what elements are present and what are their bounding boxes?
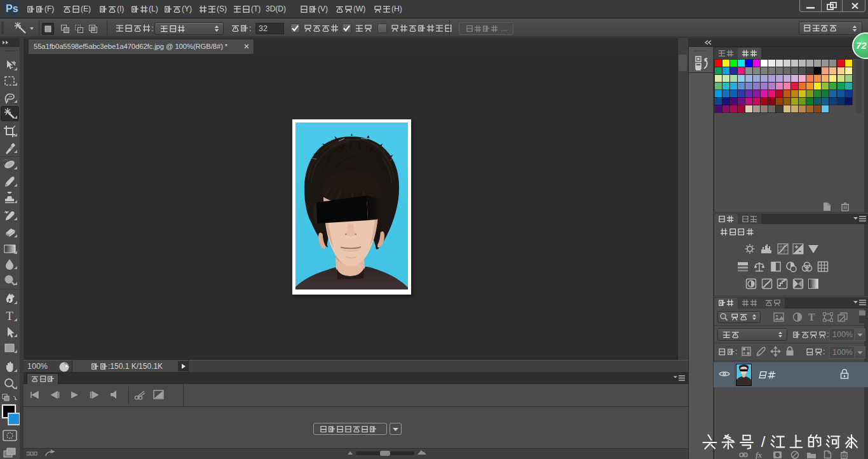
svg-text:T: T xyxy=(808,312,815,322)
svg-text:T: T xyxy=(6,310,13,323)
